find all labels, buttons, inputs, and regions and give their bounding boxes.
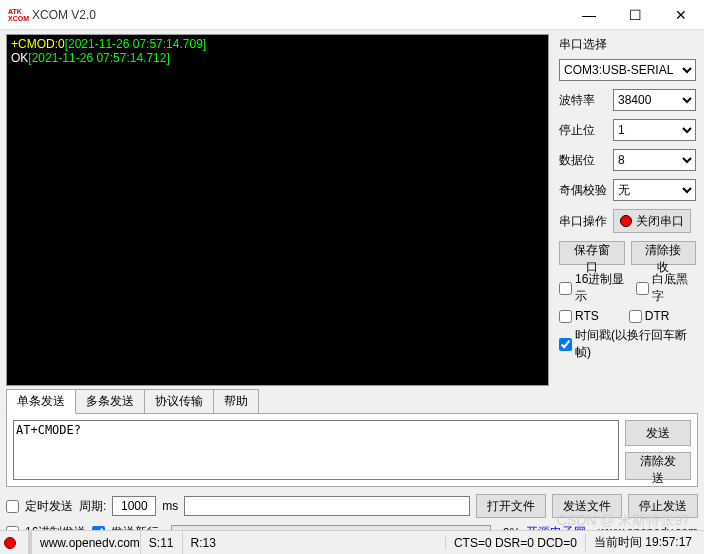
send-tabs: 单条发送 多条发送 协议传输 帮助 — [6, 389, 704, 414]
stop-select[interactable]: 1 — [613, 119, 696, 141]
timestamp-label: 时间戳(以换行回车断帧) — [575, 327, 696, 361]
stop-send-button[interactable]: 停止发送 — [628, 494, 698, 518]
data-select[interactable]: 8 — [613, 149, 696, 171]
save-window-button[interactable]: 保存窗口 — [559, 241, 625, 265]
data-label: 数据位 — [559, 152, 613, 169]
window-controls: — ☐ ✕ — [566, 0, 704, 30]
timed-send-checkbox[interactable] — [6, 500, 19, 513]
minimize-button[interactable]: — — [566, 0, 612, 30]
open-file-button[interactable]: 打开文件 — [476, 494, 546, 518]
timed-send-label: 定时发送 — [25, 498, 73, 515]
send-button[interactable]: 发送 — [625, 420, 691, 446]
window-title: XCOM V2.0 — [32, 8, 96, 22]
send-area: AT+CMODE? 发送 清除发送 — [6, 413, 698, 487]
dtr-label: DTR — [645, 309, 670, 323]
dtr-checkbox[interactable] — [629, 310, 642, 323]
op-label: 串口操作 — [559, 213, 613, 230]
term-cmd: +CMOD:0 — [11, 37, 65, 51]
tab-help[interactable]: 帮助 — [213, 389, 259, 414]
rts-label: RTS — [575, 309, 599, 323]
ms-label: ms — [162, 499, 178, 513]
term-ts: [2021-11-26 07:57:14.709] — [65, 37, 206, 51]
stop-label: 停止位 — [559, 122, 613, 139]
maximize-button[interactable]: ☐ — [612, 0, 658, 30]
timer-row: 定时发送 周期: ms 打开文件 发送文件 停止发送 — [6, 494, 698, 518]
status-signals: CTS=0 DSR=0 DCD=0 — [445, 536, 585, 550]
parity-select[interactable]: 无 — [613, 179, 696, 201]
baud-label: 波特率 — [559, 92, 613, 109]
term-ts: [2021-11-26 07:57:14.712] — [28, 51, 169, 65]
send-input[interactable]: AT+CMODE? — [13, 420, 619, 480]
clear-send-button[interactable]: 清除发送 — [625, 452, 691, 480]
clear-recv-button[interactable]: 清除接收 — [631, 241, 697, 265]
status-time: 当前时间 19:57:17 — [585, 534, 700, 551]
serial-select-label: 串口选择 — [559, 36, 696, 53]
term-resp: OK — [11, 51, 28, 65]
serial-settings-panel: 串口选择 COM3:USB-SERIAL 波特率 38400 停止位 1 数据位… — [549, 30, 704, 385]
baud-select[interactable]: 38400 — [613, 89, 696, 111]
period-input[interactable] — [112, 496, 156, 516]
record-icon — [620, 215, 632, 227]
status-indicator-icon — [4, 537, 16, 549]
statusbar: www.openedv.com S:11 R:13 CTS=0 DSR=0 DC… — [0, 530, 704, 554]
hex-display-checkbox[interactable] — [559, 282, 572, 295]
hex-display-label: 16进制显示 — [575, 271, 632, 305]
app-icon: ATK XCOM — [8, 6, 26, 24]
send-file-button[interactable]: 发送文件 — [552, 494, 622, 518]
terminal-output[interactable]: +CMOD:0[2021-11-26 07:57:14.709] OK[2021… — [6, 34, 549, 386]
close-port-label: 关闭串口 — [636, 213, 684, 230]
titlebar: ATK XCOM XCOM V2.0 — ☐ ✕ — [0, 0, 704, 30]
file-path-input[interactable] — [184, 496, 470, 516]
status-sent: S:11 — [140, 531, 182, 554]
tab-protocol[interactable]: 协议传输 — [144, 389, 214, 414]
timestamp-checkbox[interactable] — [559, 338, 572, 351]
tab-single[interactable]: 单条发送 — [6, 389, 76, 414]
close-button[interactable]: ✕ — [658, 0, 704, 30]
rts-checkbox[interactable] — [559, 310, 572, 323]
status-url[interactable]: www.openedv.com — [40, 536, 140, 550]
period-label: 周期: — [79, 498, 106, 515]
white-bg-label: 白底黑字 — [652, 271, 696, 305]
parity-label: 奇偶校验 — [559, 182, 613, 199]
port-select[interactable]: COM3:USB-SERIAL — [559, 59, 696, 81]
tab-multi[interactable]: 多条发送 — [75, 389, 145, 414]
close-port-button[interactable]: 关闭串口 — [613, 209, 691, 233]
status-recv: R:13 — [182, 531, 224, 554]
white-bg-checkbox[interactable] — [636, 282, 649, 295]
